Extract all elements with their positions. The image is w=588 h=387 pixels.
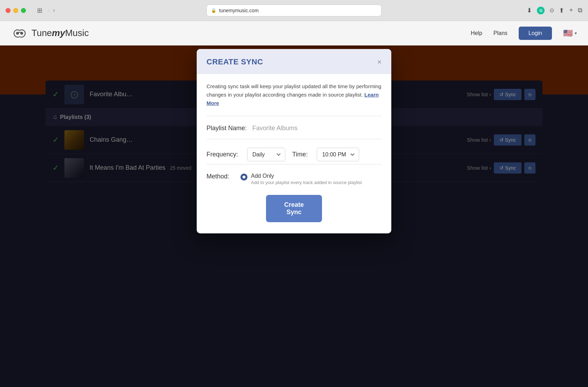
create-sync-modal: CREATE SYNC × Creating sync task will ke… [197,49,391,233]
playlist-name-value: Favorite Albums [252,125,298,132]
method-label: Method: [206,173,229,180]
divider [206,139,382,139]
modal-close-button[interactable]: × [377,58,382,65]
url-text: tunemymusic.com [219,8,259,13]
back-arrow-icon[interactable]: ‹ [48,7,50,14]
help-link[interactable]: Help [471,30,482,36]
login-button[interactable]: Login [519,27,552,40]
share-icon[interactable]: ⬆ [559,7,564,14]
playlist-name-row: Playlist Name: Favorite Albums [206,125,382,132]
toolbar-right: ⬇ G ⊙ ⬆ + ⧉ [527,7,582,14]
minimize-button[interactable] [13,8,18,13]
background-content: ✓ ⊙ Favorite Albu… Show list › ↺ Sync ⎋ … [0,45,588,387]
logo: TunemyMusic [11,26,89,40]
modal-description: Creating sync task will keep your playli… [206,82,382,107]
time-label: Time: [292,151,308,158]
close-button[interactable] [6,8,10,13]
frequency-time-row: Frequency: Daily Weekly Monthly Time: 10… [206,148,382,161]
logo-text: TunemyMusic [31,28,89,38]
tabs-icon[interactable]: ⧉ [578,7,582,14]
method-radio-group: Add Only Add to your playlist every trac… [240,173,362,185]
header-nav: Help Plans Login 🇺🇸 ▾ [471,27,577,40]
new-tab-icon[interactable]: + [569,7,573,14]
window-controls: ⊞ ‹ › [6,7,55,14]
logo-svg [11,26,28,40]
frequency-label: Frequency: [206,151,238,158]
sidebar-toggle-icon[interactable]: ⊞ [37,7,42,14]
chevron-down-icon: ▾ [575,31,577,36]
add-only-description: Add to your playlist every track added i… [251,180,362,185]
app-header: TunemyMusic Help Plans Login 🇺🇸 ▾ [0,21,588,45]
radio-button-selected[interactable] [240,174,247,181]
frequency-select[interactable]: Daily Weekly Monthly [247,148,285,161]
forward-arrow-icon[interactable]: › [53,7,55,14]
modal-header: CREATE SYNC × [197,49,391,74]
frequency-group: Frequency: Daily Weekly Monthly [206,148,285,161]
add-only-option[interactable]: Add Only Add to your playlist every trac… [240,173,362,185]
time-group: Time: 10:00 PM 9:00 PM 11:00 PM 8:00 PM [292,148,359,161]
download-icon[interactable]: ⬇ [527,7,532,14]
radio-inner [243,176,245,178]
divider [206,116,382,116]
modal-body: Creating sync task will keep your playli… [197,74,391,233]
create-sync-button[interactable]: Create Sync [266,195,322,222]
maximize-button[interactable] [21,8,26,13]
method-row: Method: Add Only Add to your playlist ev… [206,173,382,185]
shield-icon[interactable]: ⊙ [550,7,554,14]
add-only-content: Add Only Add to your playlist every trac… [251,173,362,185]
lock-icon: 🔒 [211,8,216,13]
modal-overlay: CREATE SYNC × Creating sync task will ke… [0,45,588,387]
window-chrome: ⊞ ‹ › 🔒 tunemymusic.com ⬇ G ⊙ ⬆ + ⧉ [0,0,588,21]
divider [206,164,382,164]
modal-title: CREATE SYNC [206,57,263,66]
traffic-lights [6,8,26,13]
language-selector[interactable]: 🇺🇸 ▾ [563,29,577,38]
time-select[interactable]: 10:00 PM 9:00 PM 11:00 PM 8:00 PM [317,148,359,161]
plans-link[interactable]: Plans [493,30,507,36]
nav-arrows: ‹ › [48,7,55,14]
address-bar[interactable]: 🔒 tunemymusic.com [206,5,382,16]
playlist-name-label: Playlist Name: [206,125,247,132]
grammarly-icon[interactable]: G [537,7,545,14]
add-only-label: Add Only [251,173,362,179]
